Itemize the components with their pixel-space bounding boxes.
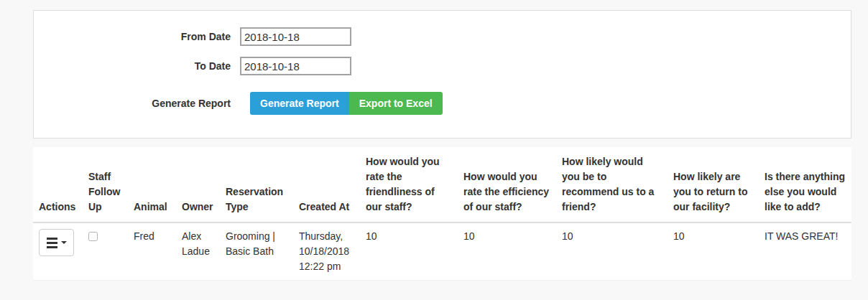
q-friendliness-cell: 10 (360, 222, 458, 281)
generate-report-button[interactable]: Generate Report (250, 92, 349, 115)
report-filter-panel: From Date To Date Generate Report Genera… (33, 10, 851, 139)
col-header-staff-follow-up: Staff Follow Up (83, 147, 128, 222)
col-header-q-return: How likely are you to return to our faci… (668, 147, 759, 222)
reservation-type-cell: Grooming | Basic Bath (220, 222, 293, 281)
staff-follow-up-cell (83, 222, 128, 281)
report-page: From Date To Date Generate Report Genera… (0, 10, 868, 281)
from-date-label: From Date (34, 31, 231, 42)
generate-report-label: Generate Report (34, 98, 231, 109)
col-header-q-recommend: How likely would you be to recommend us … (556, 147, 668, 222)
row-actions-menu-button[interactable] (39, 229, 74, 256)
table-row: Fred Alex Ladue Grooming | Basic Bath Th… (33, 222, 851, 281)
actions-cell (33, 222, 83, 281)
to-date-label: To Date (34, 60, 231, 72)
survey-results-table: Actions Staff Follow Up Animal Owner Res… (33, 147, 851, 281)
to-date-row: To Date (34, 57, 851, 75)
caret-down-icon (61, 241, 67, 244)
q-recommend-cell: 10 (556, 222, 668, 281)
table-header-row: Actions Staff Follow Up Animal Owner Res… (33, 147, 851, 222)
col-header-reservation-type: Reservation Type (220, 147, 293, 222)
col-header-q-friendliness: How would you rate the friendliness of o… (360, 147, 458, 222)
export-to-excel-button[interactable]: Export to Excel (349, 92, 443, 115)
animal-cell: Fred (128, 222, 176, 281)
created-at-cell: Thursday, 10/18/2018 12:22 pm (293, 222, 360, 281)
q-efficiency-cell: 10 (458, 222, 556, 281)
survey-results-table-container: Actions Staff Follow Up Animal Owner Res… (33, 147, 851, 281)
q-return-cell: 10 (668, 222, 759, 281)
col-header-actions: Actions (33, 147, 83, 222)
from-date-row: From Date (34, 27, 851, 46)
col-header-q-anything-else: Is there anything else you would like to… (759, 147, 851, 222)
generate-report-row: Generate Report Generate Report Export t… (34, 92, 851, 115)
to-date-input[interactable] (240, 57, 351, 75)
col-header-q-efficiency: How would you rate the efficiency of our… (458, 147, 556, 222)
menu-bars-icon (47, 238, 57, 248)
col-header-animal: Animal (128, 147, 176, 222)
col-header-owner: Owner (176, 147, 220, 222)
from-date-input[interactable] (240, 27, 351, 46)
owner-cell: Alex Ladue (176, 222, 220, 281)
staff-follow-up-checkbox[interactable] (88, 232, 98, 241)
report-buttons-group: Generate Report Export to Excel (250, 92, 443, 115)
q-anything-else-cell: IT WAS GREAT! (759, 222, 851, 281)
col-header-created-at: Created At (293, 147, 360, 222)
